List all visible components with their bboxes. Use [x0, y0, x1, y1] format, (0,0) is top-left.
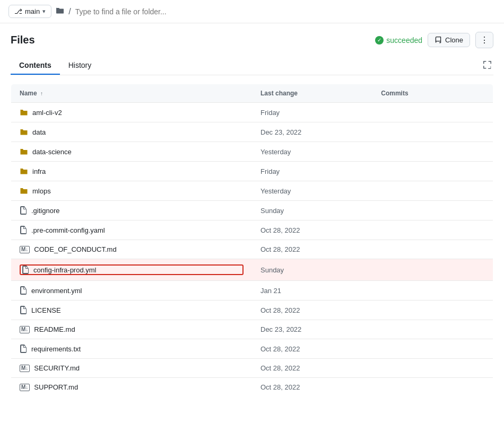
table-row[interactable]: mlopsYesterday [11, 181, 493, 201]
file-name-cell: .gitignore [11, 201, 253, 220]
table-row[interactable]: M↓SECURITY.mdOct 28, 2022 [11, 359, 493, 378]
table-row[interactable]: M↓README.mdDec 23, 2022 [11, 320, 493, 339]
commits-cell [372, 103, 493, 122]
last-change-cell: Jan 21 [252, 281, 372, 301]
table-row[interactable]: M↓CODE_OF_CONDUCT.mdOct 28, 2022 [11, 240, 493, 259]
file-link[interactable]: .pre-commit-config.yaml [31, 226, 105, 234]
branch-selector[interactable]: ⎇ main ▾ [8, 5, 51, 18]
folder-icon [20, 108, 28, 117]
file-name-cell: requirements.txt [11, 339, 253, 359]
tab-contents[interactable]: Contents [11, 57, 60, 75]
markdown-icon: M↓ [20, 384, 30, 391]
commits-cell [372, 320, 493, 339]
file-link[interactable]: data-science [32, 148, 72, 156]
table-row[interactable]: data-scienceYesterday [11, 142, 493, 162]
table-row[interactable]: LICENSEOct 28, 2022 [11, 301, 493, 320]
table-header-row: Name ↑ Last change Commits [11, 84, 493, 103]
table-row[interactable]: dataDec 23, 2022 [11, 122, 493, 142]
file-icon [20, 306, 27, 314]
folder-icon [20, 128, 28, 136]
commits-cell [372, 339, 493, 359]
folder-icon [20, 147, 28, 156]
file-link[interactable]: infra [32, 167, 46, 175]
table-row[interactable]: config-infra-prod.ymlSunday [11, 259, 493, 281]
file-name-cell: config-infra-prod.yml [11, 259, 253, 281]
commits-cell [372, 201, 493, 220]
file-name-cell: environment.yml [11, 281, 253, 301]
table-row[interactable]: .pre-commit-config.yamlOct 28, 2022 [11, 220, 493, 240]
clone-icon [435, 37, 442, 44]
table-row[interactable]: infraFriday [11, 162, 493, 181]
expand-icon[interactable] [481, 58, 493, 73]
last-change-cell: Yesterday [252, 142, 372, 162]
file-link[interactable]: .gitignore [31, 207, 59, 215]
commits-cell [372, 142, 493, 162]
file-icon [20, 206, 27, 215]
file-link[interactable]: CODE_OF_CONDUCT.md [34, 245, 116, 253]
last-change-cell: Oct 28, 2022 [252, 359, 372, 378]
file-name-cell: data [11, 122, 253, 142]
commits-cell [372, 281, 493, 301]
tabs-row: Contents History [11, 57, 493, 75]
tab-history[interactable]: History [60, 57, 100, 75]
last-change-cell: Dec 23, 2022 [252, 122, 372, 142]
col-last-change: Last change [252, 84, 372, 103]
folder-icon [20, 187, 28, 195]
table-row[interactable]: M↓SUPPORT.mdOct 28, 2022 [11, 378, 493, 397]
file-link[interactable]: README.md [34, 325, 75, 333]
file-link[interactable]: SUPPORT.md [34, 383, 78, 391]
commits-cell [372, 181, 493, 201]
markdown-icon: M↓ [20, 326, 30, 333]
file-name-cell: .pre-commit-config.yaml [11, 220, 253, 240]
folder-icon [20, 167, 28, 175]
commits-cell [372, 359, 493, 378]
file-name-cell: data-science [11, 142, 253, 162]
status-badge: ✓ succeeded [375, 36, 422, 45]
file-link[interactable]: environment.yml [31, 287, 82, 295]
commits-cell [372, 162, 493, 181]
header-row: Files ✓ succeeded Clone ⋮ [11, 32, 493, 48]
file-icon [20, 226, 27, 234]
tabs: Contents History [11, 57, 100, 75]
commits-cell [372, 301, 493, 320]
file-link[interactable]: data [32, 128, 46, 136]
path-search-input[interactable] [75, 7, 496, 16]
chevron-down-icon: ▾ [42, 8, 46, 15]
file-name-cell: LICENSE [11, 301, 253, 320]
file-name-cell: infra [11, 162, 253, 181]
file-link[interactable]: mlops [32, 187, 51, 195]
file-name-cell: aml-cli-v2 [11, 103, 253, 122]
col-name[interactable]: Name ↑ [11, 84, 253, 103]
file-table: Name ↑ Last change Commits aml-cli-v2Fri… [11, 84, 493, 397]
file-link[interactable]: config-infra-prod.yml [33, 266, 97, 274]
commits-cell [372, 259, 493, 281]
last-change-cell: Sunday [252, 201, 372, 220]
main-content: Files ✓ succeeded Clone ⋮ Contents Histo… [0, 23, 504, 405]
file-icon [20, 344, 27, 353]
file-icon [22, 266, 29, 274]
status-dot-icon: ✓ [375, 36, 384, 45]
commits-cell [372, 378, 493, 397]
last-change-cell: Oct 28, 2022 [252, 301, 372, 320]
header-actions: ✓ succeeded Clone ⋮ [375, 32, 493, 48]
file-name-cell: M↓README.md [11, 320, 253, 339]
file-name-cell: M↓CODE_OF_CONDUCT.md [11, 240, 253, 259]
file-name-cell: mlops [11, 181, 253, 201]
table-row[interactable]: .gitignoreSunday [11, 201, 493, 220]
table-row[interactable]: environment.ymlJan 21 [11, 281, 493, 301]
table-row[interactable]: aml-cli-v2Friday [11, 103, 493, 122]
file-name-cell: M↓SUPPORT.md [11, 378, 253, 397]
table-row[interactable]: requirements.txtOct 28, 2022 [11, 339, 493, 359]
file-link[interactable]: requirements.txt [31, 345, 81, 353]
file-link[interactable]: aml-cli-v2 [32, 109, 62, 117]
branch-name: main [25, 7, 40, 15]
file-link[interactable]: LICENSE [31, 306, 61, 314]
commits-cell [372, 240, 493, 259]
file-link[interactable]: SECURITY.md [34, 364, 80, 372]
last-change-cell: Oct 28, 2022 [252, 240, 372, 259]
clone-label: Clone [445, 36, 463, 44]
last-change-cell: Oct 28, 2022 [252, 220, 372, 240]
clone-button[interactable]: Clone [428, 33, 470, 47]
markdown-icon: M↓ [20, 365, 30, 372]
more-options-button[interactable]: ⋮ [475, 32, 493, 48]
